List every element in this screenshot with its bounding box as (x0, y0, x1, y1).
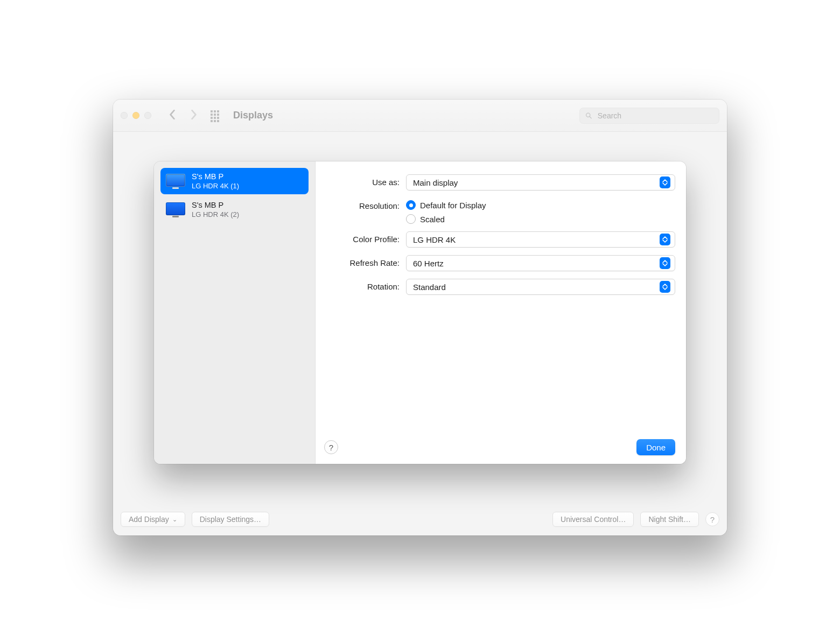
done-button[interactable]: Done (636, 439, 675, 455)
add-display-label: Add Display (129, 515, 169, 524)
use-as-popup[interactable]: Main display (406, 174, 675, 190)
resolution-label: Resolution: (324, 198, 400, 210)
refresh-rate-value: 60 Hertz (413, 259, 660, 268)
display-settings-button[interactable]: Display Settings… (192, 512, 269, 527)
rotation-popup[interactable]: Standard (406, 279, 675, 295)
monitor-icon (166, 202, 185, 215)
use-as-label: Use as: (324, 174, 400, 187)
close-window-button[interactable] (121, 112, 128, 119)
minimize-window-button[interactable] (132, 112, 139, 119)
settings-form: Use as: Main display Resolution: Default… (324, 174, 675, 295)
add-display-button[interactable]: Add Display ⌄ (121, 512, 185, 527)
rotation-label: Rotation: (324, 279, 400, 291)
forward-button[interactable] (186, 109, 202, 123)
display-list-item-2[interactable]: S's MB P LG HDR 4K (2) (160, 196, 309, 223)
show-all-icon[interactable] (211, 110, 221, 121)
display-item-name: S's MB P (192, 172, 239, 181)
resolution-scaled-option[interactable]: Scaled (406, 214, 675, 224)
display-item-name: S's MB P (192, 201, 239, 209)
window-footer: Add Display ⌄ Display Settings… Universa… (113, 503, 727, 535)
display-settings-label: Display Settings… (200, 515, 261, 524)
display-item-sub: LG HDR 4K (2) (192, 210, 239, 218)
night-shift-button[interactable]: Night Shift… (640, 512, 699, 527)
monitor-icon (166, 174, 185, 187)
display-settings-pane: Use as: Main display Resolution: Default… (316, 161, 686, 464)
rotation-value: Standard (413, 283, 660, 292)
night-shift-label: Night Shift… (648, 515, 691, 524)
universal-control-label: Universal Control… (561, 515, 626, 524)
resolution-default-option[interactable]: Default for Display (406, 200, 675, 210)
help-button[interactable]: ? (705, 512, 719, 526)
use-as-value: Main display (413, 178, 660, 187)
display-list-item-1[interactable]: S's MB P LG HDR 4K (1) (160, 168, 309, 194)
display-list-sidebar: S's MB P LG HDR 4K (1) S's MB P LG HDR 4… (154, 161, 316, 464)
resolution-default-label: Default for Display (420, 201, 486, 210)
window-controls (121, 112, 151, 119)
refresh-rate-popup[interactable]: 60 Hertz (406, 255, 675, 271)
color-profile-popup[interactable]: LG HDR 4K (406, 231, 675, 248)
svg-line-1 (590, 116, 591, 118)
popup-indicator-icon (660, 281, 670, 293)
radio-button-icon (406, 214, 416, 224)
chevron-down-icon: ⌄ (172, 516, 177, 523)
resolution-scaled-label: Scaled (420, 215, 445, 224)
universal-control-button[interactable]: Universal Control… (552, 512, 634, 527)
toolbar: Displays (113, 100, 727, 132)
popup-indicator-icon (660, 257, 670, 269)
popup-indicator-icon (660, 177, 670, 188)
window-title: Displays (233, 110, 273, 121)
color-profile-label: Color Profile: (324, 231, 400, 244)
sheet-help-button[interactable]: ? (324, 440, 338, 454)
search-icon (585, 112, 592, 119)
refresh-rate-label: Refresh Rate: (324, 255, 400, 267)
color-profile-value: LG HDR 4K (413, 235, 660, 244)
popup-indicator-icon (660, 234, 670, 245)
back-button[interactable] (164, 109, 180, 123)
display-item-sub: LG HDR 4K (1) (192, 182, 239, 190)
resolution-radio-group: Default for Display Scaled (406, 198, 675, 224)
display-settings-sheet: S's MB P LG HDR 4K (1) S's MB P LG HDR 4… (154, 161, 686, 464)
search-field[interactable] (579, 108, 719, 124)
search-input[interactable] (597, 111, 713, 121)
radio-button-checked-icon (406, 200, 416, 210)
zoom-window-button[interactable] (144, 112, 151, 119)
sheet-footer: ? Done (324, 433, 675, 455)
displays-preference-window: Displays Add Display ⌄ Display Settings…… (113, 100, 727, 535)
